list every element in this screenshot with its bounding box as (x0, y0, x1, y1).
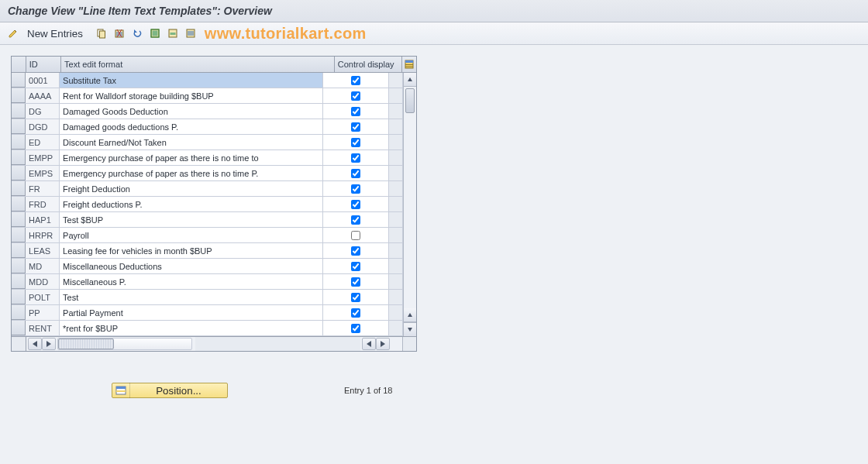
scroll-down-button[interactable] (404, 322, 416, 336)
cell-id[interactable]: FR (26, 181, 60, 196)
cell-id[interactable]: ED (26, 135, 60, 150)
control-display-checkbox[interactable] (351, 246, 360, 256)
row-select-handle[interactable] (12, 243, 26, 258)
position-button[interactable]: Position... (112, 383, 228, 398)
cell-text[interactable]: Partial Payment (60, 305, 323, 320)
scroll-up-button[interactable] (404, 73, 416, 87)
control-display-checkbox[interactable] (351, 200, 360, 209)
cell-id[interactable]: LEAS (26, 243, 60, 258)
cell-id[interactable]: HAP1 (26, 212, 60, 227)
table-row[interactable]: EDDiscount Earned/Not Taken (12, 135, 403, 150)
control-display-checkbox[interactable] (351, 153, 360, 163)
cell-id[interactable]: 0001 (26, 73, 60, 88)
table-row[interactable]: DGDamaged Goods Deduction (12, 104, 403, 119)
col-header-ctrl[interactable]: Control display (335, 57, 403, 72)
row-select-handle[interactable] (12, 119, 26, 134)
scroll-thumb[interactable] (405, 88, 415, 113)
control-display-checkbox[interactable] (351, 293, 360, 302)
control-display-checkbox[interactable] (351, 138, 360, 147)
row-select-handle[interactable] (12, 212, 26, 227)
row-select-handle[interactable] (12, 181, 26, 196)
control-display-checkbox[interactable] (351, 76, 360, 85)
scroll-left-button-2[interactable] (362, 338, 376, 350)
cell-id[interactable]: EMPS (26, 166, 60, 180)
table-row[interactable]: 0001Substitute Tax (12, 73, 403, 88)
col-header-id[interactable]: ID (26, 57, 61, 72)
cell-text[interactable]: Damaged Goods Deduction (60, 104, 323, 119)
cell-id[interactable]: DGD (26, 119, 60, 134)
row-select-handle[interactable] (12, 166, 26, 180)
control-display-checkbox[interactable] (351, 262, 360, 271)
row-select-handle[interactable] (12, 274, 26, 289)
cell-id[interactable]: EMPP (26, 150, 60, 165)
control-display-checkbox[interactable] (351, 184, 360, 194)
horizontal-scrollbar-left[interactable] (26, 337, 195, 351)
control-display-checkbox[interactable] (351, 107, 360, 116)
control-display-checkbox[interactable] (351, 122, 360, 132)
cell-text[interactable]: *rent for $BUP (60, 321, 323, 335)
h-scroll-thumb[interactable] (58, 339, 114, 349)
row-select-handle[interactable] (12, 259, 26, 273)
cell-id[interactable]: AAAA (26, 88, 60, 103)
col-header-text[interactable]: Text edit format (61, 57, 335, 72)
table-row[interactable]: AAAARent for Walldorf storage building $… (12, 88, 403, 104)
cell-text[interactable]: Rent for Walldorf storage building $BUP (60, 88, 323, 103)
control-display-checkbox[interactable] (351, 215, 360, 225)
scroll-right-button[interactable] (42, 338, 56, 350)
row-select-handle[interactable] (12, 88, 26, 103)
cell-id[interactable]: MDD (26, 274, 60, 289)
select-all-button[interactable] (146, 26, 164, 41)
row-select-handle[interactable] (12, 150, 26, 165)
cell-text[interactable]: Leasing fee for vehicles in month $BUP (60, 243, 323, 258)
horizontal-scrollbar-right[interactable] (360, 337, 402, 351)
control-display-checkbox[interactable] (351, 308, 360, 318)
cell-id[interactable]: DG (26, 104, 60, 119)
table-row[interactable]: FRFreight Deduction (12, 181, 403, 197)
scroll-left-button[interactable] (28, 338, 42, 350)
row-select-handle[interactable] (12, 104, 26, 119)
cell-text[interactable]: Payroll (60, 228, 323, 242)
col-header-select[interactable] (12, 57, 26, 72)
control-display-checkbox[interactable] (351, 231, 360, 240)
deselect-all-button[interactable] (182, 26, 199, 41)
cell-text[interactable]: Damaged goods deductions P. (60, 119, 323, 134)
table-row[interactable]: LEASLeasing fee for vehicles in month $B… (12, 243, 403, 259)
vertical-scrollbar[interactable] (403, 73, 416, 336)
cell-text[interactable]: Miscellaneous P. (60, 274, 323, 289)
select-block-button[interactable] (164, 26, 181, 41)
cell-id[interactable]: HRPR (26, 228, 60, 242)
table-row[interactable]: RENT*rent for $BUP (12, 321, 403, 336)
cell-id[interactable]: POLT (26, 290, 60, 304)
cell-text[interactable]: Discount Earned/Not Taken (60, 135, 323, 150)
cell-text[interactable]: Emergency purchase of paper as there is … (60, 166, 323, 180)
cell-id[interactable]: PP (26, 305, 60, 320)
row-select-handle[interactable] (12, 228, 26, 242)
control-display-checkbox[interactable] (351, 169, 360, 178)
cell-text[interactable]: Test (60, 290, 323, 304)
table-row[interactable]: EMPPEmergency purchase of paper as there… (12, 150, 403, 166)
delete-button[interactable] (111, 26, 128, 41)
table-row[interactable]: FRDFreight deductions P. (12, 197, 403, 212)
scroll-track[interactable] (404, 87, 416, 308)
row-select-handle[interactable] (12, 197, 26, 211)
cell-id[interactable]: RENT (26, 321, 60, 335)
toggle-change-mode-button[interactable] (5, 26, 22, 41)
cell-id[interactable]: FRD (26, 197, 60, 211)
scroll-step-up-button[interactable] (404, 308, 416, 322)
col-header-config[interactable] (402, 57, 416, 72)
row-select-handle[interactable] (12, 305, 26, 320)
table-row[interactable]: EMPSEmergency purchase of paper as there… (12, 166, 403, 181)
table-row[interactable]: HRPRPayroll (12, 228, 403, 243)
scroll-right-button-2[interactable] (376, 338, 390, 350)
table-row[interactable]: MDMiscellaneous Deductions (12, 259, 403, 274)
cell-text[interactable]: Test $BUP (60, 212, 323, 227)
row-select-handle[interactable] (12, 73, 26, 88)
control-display-checkbox[interactable] (351, 91, 360, 101)
cell-text[interactable]: Freight deductions P. (60, 197, 323, 211)
table-row[interactable]: DGDDamaged goods deductions P. (12, 119, 403, 135)
undo-button[interactable] (129, 26, 146, 41)
control-display-checkbox[interactable] (351, 324, 360, 333)
row-select-handle[interactable] (12, 135, 26, 150)
table-row[interactable]: HAP1Test $BUP (12, 212, 403, 228)
table-row[interactable]: POLTTest (12, 290, 403, 305)
